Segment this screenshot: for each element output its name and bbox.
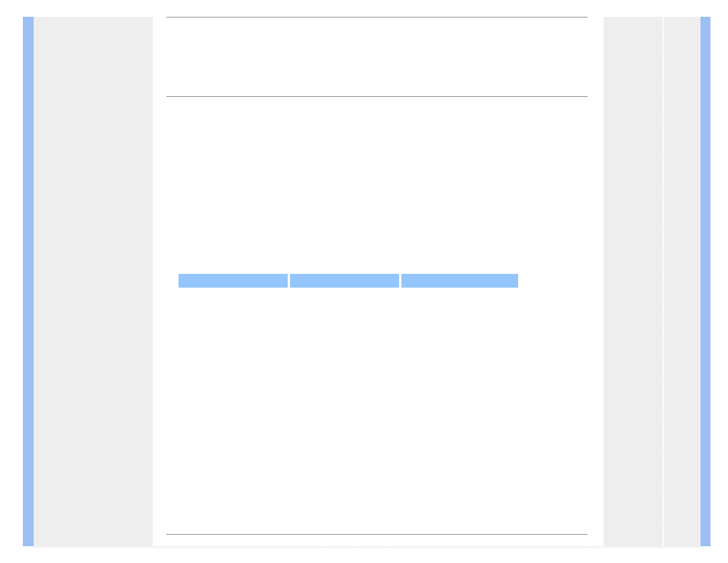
divider-top [166, 17, 588, 18]
tab-2[interactable] [290, 274, 399, 288]
right-accent-bar [701, 17, 710, 546]
bottom-shadow [34, 546, 701, 549]
right-panel-1 [604, 17, 661, 546]
divider-middle [166, 96, 588, 97]
tab-row [179, 274, 518, 288]
tab-1[interactable] [179, 274, 288, 288]
right-panel-2 [664, 17, 701, 546]
tab-3[interactable] [401, 274, 518, 288]
left-sidebar-panel [34, 17, 153, 546]
left-accent-bar [23, 17, 34, 546]
divider-bottom [166, 534, 588, 535]
